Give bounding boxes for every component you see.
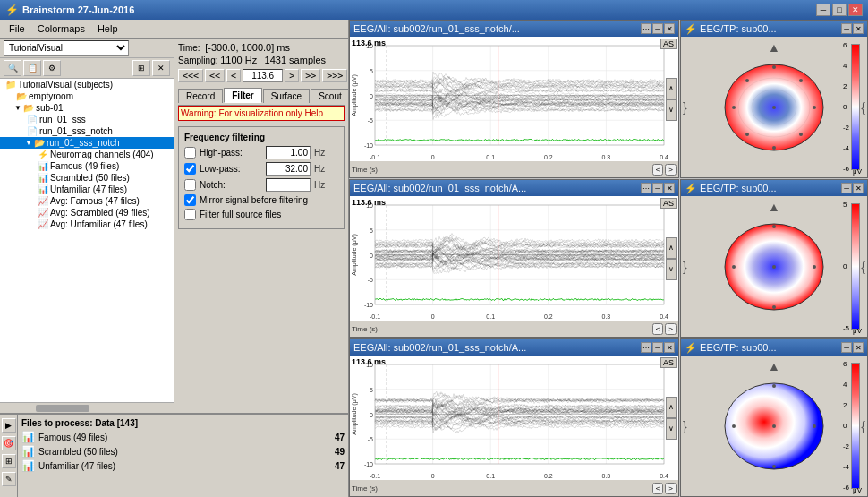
eeg-min-btn-1[interactable]: ─ [652, 23, 663, 34]
menu-help[interactable]: Help [92, 21, 123, 36]
topo-left-arrow-1: } [683, 100, 687, 115]
tree-item[interactable]: ▼📂sub-01 [0, 102, 174, 114]
toolbar-icon-2[interactable]: 📋 [23, 60, 41, 76]
tab-record[interactable]: Record [178, 89, 223, 103]
bottom-area: ▶ 🎯 ⊞ ✎ Files to process: Data [143] 📊 F… [0, 415, 348, 497]
eeg-min-btn-3[interactable]: ─ [652, 342, 663, 353]
lowpass-input[interactable] [266, 162, 311, 176]
eeg-title-text-2: EEG/All: sub002/run_01_sss_notch/A... [353, 183, 526, 193]
sampling-info: Sampling: 1100 Hz 1431 samples [178, 55, 345, 65]
nav-btn-back1[interactable]: < [226, 69, 241, 82]
eeg-nav-up-3[interactable]: ∧ [666, 397, 677, 418]
nav-btn-rewind[interactable]: <<< [178, 69, 203, 82]
eeg-controls-1: ⋯ ─ ✕ [641, 23, 675, 34]
tree-item[interactable]: 📈Avg: Famous (47 files) [0, 195, 174, 207]
topo-right-arrow-3: { [861, 419, 865, 433]
topo-close-btn-2[interactable]: ✕ [853, 183, 864, 193]
mirror-checkbox[interactable] [184, 194, 196, 206]
notch-input[interactable] [266, 178, 311, 192]
svg-point-7 [772, 146, 776, 150]
nav-btn-fwd2[interactable]: >> [301, 69, 320, 82]
side-icon-2[interactable]: 🎯 [2, 436, 16, 450]
tree-item[interactable]: 📈Avg: Unfamiliar (47 files) [0, 219, 174, 230]
eeg-nav-down-3[interactable]: ∨ [666, 418, 677, 440]
tree-item[interactable]: ⚡Neuromag channels (404) [0, 149, 174, 160]
eeg-menu-btn-2[interactable]: ⋯ [641, 183, 651, 193]
eeg-scroll-left-1[interactable]: < [652, 164, 664, 176]
topo-min-btn-3[interactable]: ─ [841, 342, 852, 353]
eeg-scroll-left-3[interactable]: < [652, 483, 664, 494]
eeg-nav-up-1[interactable]: ∧ [666, 78, 677, 99]
mirror-label: Mirror signal before filtering [200, 195, 308, 205]
topo-close-btn-1[interactable]: ✕ [853, 23, 864, 34]
svg-point-22 [813, 424, 816, 428]
eeg-as-btn-1[interactable]: AS [660, 39, 677, 49]
svg-point-14 [772, 265, 776, 269]
eeg-close-btn-1[interactable]: ✕ [664, 23, 675, 34]
time-range: Time: [-300.0, 1000.0] ms [178, 42, 345, 53]
eeg-nav-up-2[interactable]: ∧ [666, 237, 677, 259]
lowpass-checkbox[interactable] [184, 163, 196, 175]
eeg-menu-btn-3[interactable]: ⋯ [641, 342, 651, 353]
menu-file[interactable]: File [4, 21, 30, 36]
tree-item[interactable]: 📊Famous (49 files) [0, 160, 174, 172]
tree-item[interactable]: 📊Scrambled (50 files) [0, 172, 174, 184]
time-input[interactable] [243, 69, 283, 82]
topo-close-btn-3[interactable]: ✕ [853, 342, 864, 353]
toolbar-icon-grid[interactable]: ⊞ [132, 60, 150, 76]
toolbar-icon-close[interactable]: ✕ [152, 60, 170, 76]
svg-point-5 [732, 106, 736, 109]
topo-up-arrow-3: ▲ [768, 359, 780, 373]
topo-brain-svg-2 [716, 218, 832, 316]
maximize-button[interactable]: □ [832, 4, 847, 16]
highpass-checkbox[interactable] [184, 147, 196, 159]
svg-point-17 [772, 305, 776, 309]
nav-btn-fwdmax[interactable]: >>> [322, 69, 347, 82]
toolbar-icon-1[interactable]: 🔍 [4, 60, 21, 76]
topo-titlebar-2: ⚡ EEG/TP: sub00... ─ ✕ [681, 180, 867, 196]
tab-filter[interactable]: Filter [224, 88, 261, 103]
topo-min-btn-2[interactable]: ─ [841, 183, 852, 193]
tree-item[interactable]: 📄run_01_sss [0, 114, 174, 125]
topo-min-btn-1[interactable]: ─ [841, 23, 852, 34]
nav-btn-fwd1[interactable]: > [285, 69, 299, 82]
eeg-min-btn-2[interactable]: ─ [652, 183, 663, 193]
topo-right-arrow-1: { [861, 100, 865, 115]
topo-window-1: ⚡ EEG/TP: sub00... ─ ✕ ▲ } { [680, 20, 868, 178]
tree-item[interactable]: ▼📂run_01_sss_notch [0, 137, 174, 149]
tree-item[interactable]: 📁TutorialVisual (subjects) [0, 79, 174, 90]
close-button[interactable]: ✕ [848, 4, 863, 16]
eeg-scroll-right-3[interactable]: > [665, 483, 677, 494]
tree-toolbar: 🔍 📋 ⚙ ⊞ ✕ [0, 58, 174, 79]
filter-source-checkbox[interactable] [184, 209, 196, 220]
eeg-close-btn-3[interactable]: ✕ [664, 342, 675, 353]
nav-btn-back2[interactable]: << [205, 69, 225, 82]
side-icon-1[interactable]: ▶ [2, 418, 16, 433]
eeg-nav-down-1[interactable]: ∨ [666, 99, 677, 121]
eeg-as-btn-2[interactable]: AS [660, 198, 677, 209]
eeg-scroll-left-2[interactable]: < [652, 323, 664, 335]
eeg-timestamp-3: 113.6 ms [352, 357, 386, 366]
highpass-input[interactable] [266, 146, 311, 159]
toolbar-icon-3[interactable]: ⚙ [43, 60, 61, 76]
tab-scout[interactable]: Scout [311, 89, 348, 103]
minimize-button[interactable]: ─ [816, 4, 830, 16]
tree-item[interactable]: 📊Unfamiliar (47 files) [0, 184, 174, 195]
menu-colormaps[interactable]: Colormaps [32, 21, 90, 36]
eeg-menu-btn-1[interactable]: ⋯ [641, 23, 651, 34]
tree-scroll-horizontal[interactable] [0, 402, 174, 413]
eeg-close-btn-2[interactable]: ✕ [664, 183, 675, 193]
eeg-scroll-right-1[interactable]: > [665, 164, 677, 176]
tree-item[interactable]: 📈Avg: Scrambled (49 files) [0, 207, 174, 219]
tree-item[interactable]: 📄run_01_sss_notch [0, 125, 174, 137]
colorbar-1 [851, 44, 860, 170]
eeg-nav-down-2[interactable]: ∨ [666, 259, 677, 280]
eeg-scroll-right-2[interactable]: > [665, 323, 677, 335]
side-icon-4[interactable]: ✎ [2, 472, 16, 486]
side-icon-3[interactable]: ⊞ [2, 454, 16, 468]
eeg-as-btn-3[interactable]: AS [660, 357, 677, 368]
subject-dropdown[interactable]: TutorialVisual [4, 40, 129, 56]
notch-checkbox[interactable] [184, 179, 196, 191]
tree-item[interactable]: 📂emptyroom [0, 90, 174, 102]
tab-surface[interactable]: Surface [263, 89, 310, 103]
